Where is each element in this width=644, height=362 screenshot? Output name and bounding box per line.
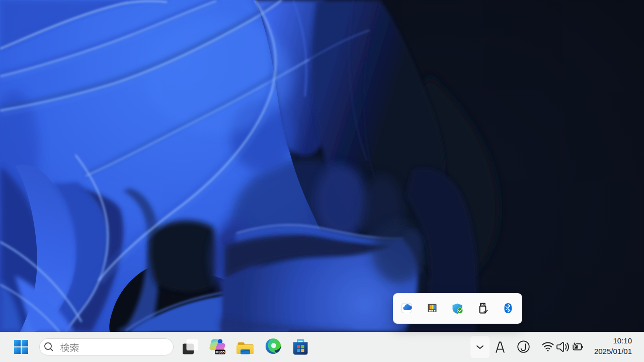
svg-text:M365: M365 (215, 350, 224, 354)
